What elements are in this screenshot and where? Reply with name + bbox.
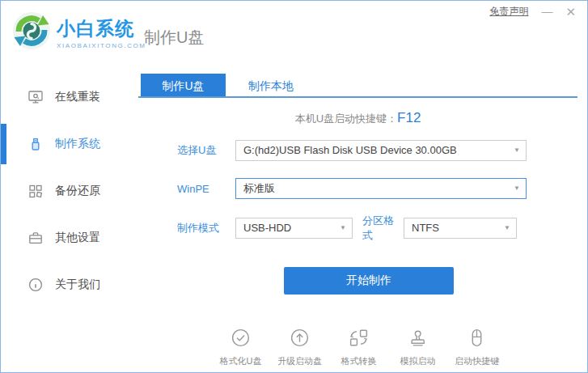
page-title: 制作U盘: [144, 27, 204, 49]
format-convert-tool[interactable]: 格式转换: [329, 327, 388, 367]
active-indicator: [1, 124, 6, 164]
convert-squares-icon: [348, 327, 370, 352]
tab-create-usb[interactable]: 制作U盘: [141, 74, 226, 96]
brand-domain: XIAOBAIXITONG.COM: [57, 42, 146, 49]
usb-drive-label: 选择U盘: [177, 143, 235, 158]
boot-hotkey-tool[interactable]: 启动快捷键: [447, 327, 506, 367]
partition-format-label: 分区格式: [362, 214, 404, 243]
arrow-up-circle-icon: [289, 327, 311, 352]
sidebar-item-about-us[interactable]: 关于我们: [1, 261, 138, 308]
chevron-down-icon: ▼: [514, 179, 520, 198]
create-mode-select-value: USB-HDD: [243, 222, 291, 234]
titlebar: 免责声明 — ✕: [489, 1, 587, 22]
tab-create-local[interactable]: 制作本地: [226, 74, 316, 96]
sidebar-item-label: 在线重装: [55, 90, 100, 104]
mode-partition-row: 制作模式 USB-HDD ▼ 分区格式 NTFS ▼: [177, 214, 577, 243]
info-circle-icon: [27, 277, 44, 293]
mouse-icon: [466, 327, 488, 352]
tool-label: 启动快捷键: [455, 355, 499, 367]
sidebar-item-label: 制作系统: [55, 137, 100, 151]
winpe-label: WinPE: [177, 183, 235, 195]
format-usb-tool[interactable]: 格式化U盘: [211, 327, 270, 367]
usb-drive-select-value: G:(hd2)USB Flash Disk USB Device 30.00GB: [243, 144, 457, 156]
create-mode-select[interactable]: USB-HDD ▼: [235, 218, 353, 239]
boot-hotkey-label: 本机U盘启动快捷键：: [295, 112, 397, 125]
app-logo: 小白系统 XIAOBAIXITONG.COM: [12, 11, 146, 53]
chevron-down-icon: ▼: [514, 141, 520, 160]
bottom-toolbar: 格式化U盘 升级启动盘: [211, 327, 577, 367]
sidebar-item-create-system[interactable]: 制作系统: [1, 121, 138, 167]
tool-label: 模拟启动: [400, 355, 436, 367]
sidebar-item-other-settings[interactable]: 其他设置: [1, 214, 138, 261]
stamp-icon: [407, 327, 429, 352]
monitor-icon: [27, 89, 44, 105]
close-icon[interactable]: ✕: [565, 6, 576, 18]
usb-drive-icon: [27, 136, 44, 152]
tool-label: 格式转换: [341, 355, 377, 367]
create-mode-label: 制作模式: [177, 221, 235, 235]
sidebar-item-label: 关于我们: [55, 278, 100, 292]
upgrade-boot-disk-tool[interactable]: 升级启动盘: [270, 327, 329, 367]
minimize-icon[interactable]: —: [541, 6, 552, 17]
usb-drive-row: 选择U盘 G:(hd2)USB Flash Disk USB Device 30…: [177, 140, 577, 161]
winpe-row: WinPE 标准版 ▼: [177, 178, 577, 199]
disclaimer-link[interactable]: 免责声明: [489, 5, 528, 19]
sidebar-item-online-reinstall[interactable]: 在线重装: [1, 74, 138, 121]
grid-squares-icon: [27, 183, 44, 199]
tab-bar: 制作U盘 制作本地: [138, 74, 577, 98]
check-circle-icon: [230, 327, 252, 352]
boot-hotkey-line: 本机U盘启动快捷键：F12: [138, 109, 577, 127]
tool-label: 格式化U盘: [220, 355, 262, 367]
tool-label: 升级启动盘: [277, 355, 322, 367]
boot-hotkey-value: F12: [397, 110, 421, 125]
logo-sync-icon: [12, 11, 51, 53]
partition-format-select[interactable]: NTFS ▼: [404, 218, 517, 239]
sidebar-item-label: 备份还原: [55, 184, 100, 198]
usb-drive-select[interactable]: G:(hd2)USB Flash Disk USB Device 30.00GB…: [235, 140, 527, 161]
main-content: 制作U盘 制作本地 本机U盘启动快捷键：F12 选择U盘 G:(hd2)USB …: [138, 74, 577, 367]
simulate-boot-tool[interactable]: 模拟启动: [388, 327, 447, 367]
start-create-button[interactable]: 开始制作: [284, 267, 454, 295]
sidebar: 在线重装 制作系统 备份还: [1, 74, 138, 308]
sidebar-item-backup-restore[interactable]: 备份还原: [1, 167, 138, 214]
winpe-select[interactable]: 标准版 ▼: [235, 178, 527, 199]
brand-name: 小白系统: [57, 16, 146, 41]
sidebar-item-label: 其他设置: [55, 231, 100, 245]
app-window: 免责声明 — ✕ 小白系统 XIAOBAIXITONG.COM 制作U盘: [0, 0, 588, 373]
chevron-down-icon: ▼: [504, 218, 510, 238]
chevron-down-icon: ▼: [340, 218, 346, 238]
toolbox-icon: [27, 230, 44, 246]
partition-format-select-value: NTFS: [412, 222, 439, 234]
winpe-select-value: 标准版: [243, 182, 275, 194]
